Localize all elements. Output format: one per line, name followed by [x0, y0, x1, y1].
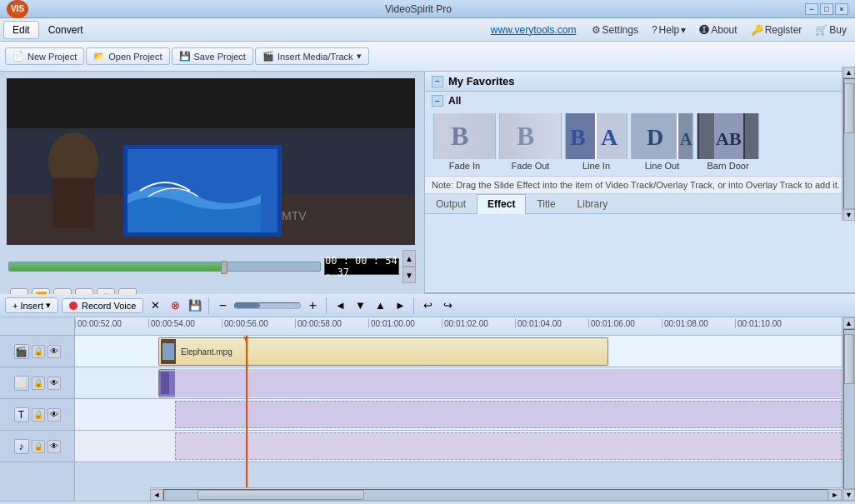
video-track-eye[interactable]: 👁 [48, 345, 61, 358]
about-menu-item[interactable]: 🅘 About [694, 22, 742, 37]
svg-rect-26 [743, 113, 758, 159]
close-timeline-button[interactable]: ✕ [147, 297, 163, 314]
tab-library[interactable]: Library [567, 194, 619, 213]
save-timeline-button[interactable]: 💾 [187, 297, 203, 314]
toolbar-separator [208, 297, 209, 314]
line-out-label: Line Out [645, 161, 680, 171]
effect-line-out[interactable]: D A Line Out [631, 113, 693, 171]
help-menu-item[interactable]: ? Help ▾ [647, 22, 691, 37]
save-project-icon: 💾 [179, 51, 191, 62]
minimize-button[interactable]: − [805, 3, 818, 15]
scroll-down-arrow[interactable]: ▼ [843, 209, 855, 221]
website-link[interactable]: www.verytools.com [491, 24, 577, 36]
ruler-mark-5: 00:01:02.00 [442, 319, 515, 328]
register-menu-item[interactable]: 🔑 Register [746, 22, 808, 37]
zoom-in-button[interactable]: + [304, 297, 321, 314]
preview-panel: MTV 00 : 00 : 54 . 37 ▲ ▼ ⏮ ⏪ ▶ [0, 72, 425, 292]
move-down-button[interactable]: ▼ [352, 297, 368, 314]
barn-door-label: Barn Door [707, 161, 748, 171]
ruler-marks: 00:00:52.00 00:00:54.00 00:00:56.00 00:0… [75, 317, 842, 328]
audio-track-row [75, 431, 842, 462]
video-clip[interactable]: Elephant.mpg [158, 337, 608, 366]
timeline-toolbar: + Insert ▾ Record Voice ✕ ⊗ 💾 − + ◄ ▼ ▲ … [0, 294, 855, 317]
tab-effect[interactable]: Effect [477, 194, 526, 214]
scroll-thumb[interactable] [844, 83, 854, 133]
line-in-thumb: B A [565, 113, 628, 159]
scroll-up-btn[interactable]: ▲ [843, 317, 855, 329]
app-logo: VIS [7, 0, 28, 18]
video-track-lock[interactable]: 🔒 [32, 345, 45, 358]
title-track-eye[interactable]: 👁 [48, 408, 61, 422]
audio-track-eye[interactable]: 👁 [48, 440, 61, 453]
record-voice-button[interactable]: Record Voice [62, 298, 143, 313]
zoom-out-button[interactable]: − [214, 297, 231, 314]
scroll-right-arrow[interactable]: ► [828, 489, 842, 501]
window-controls: − □ × [805, 3, 848, 15]
effect-fade-in[interactable]: B Fade In [433, 113, 496, 171]
edit-menu[interactable]: Edit [3, 21, 39, 39]
title-bar: VIS VideoSpirit Pro − □ × [0, 0, 855, 18]
effect-fade-out[interactable]: B Fade Out [499, 113, 562, 171]
effect-barn-door[interactable]: AB Barn Door [697, 113, 759, 171]
remove-button[interactable]: ⊗ [167, 297, 183, 314]
tracks-container: Elephant.mpg [75, 336, 842, 487]
insert-media-button[interactable]: 🎬 Insert Media/Track ▾ [255, 47, 369, 65]
timecode-down[interactable]: ▼ [402, 267, 416, 283]
scroll-up-arrow[interactable]: ▲ [843, 72, 855, 78]
video-track-row: Elephant.mpg [75, 336, 842, 367]
video-track-icon[interactable]: 🎬 [14, 344, 29, 359]
title-track-row [75, 399, 842, 431]
timecode-up[interactable]: ▲ [402, 250, 416, 267]
barn-door-thumb: AB [697, 113, 759, 159]
title-track-area [175, 401, 842, 428]
all-title: All [448, 95, 461, 107]
audio-track-icon[interactable]: ♪ [14, 439, 29, 454]
tab-title[interactable]: Title [526, 194, 566, 213]
tab-bar: Output Effect Title Library [425, 194, 855, 214]
line-in-label: Line In [582, 161, 610, 171]
right-menu: www.verytools.com ⚙ Settings ? Help ▾ 🅘 … [491, 22, 852, 37]
save-project-button[interactable]: 💾 Save Project [172, 47, 253, 65]
clip-label: Elephant.mpg [178, 347, 236, 357]
settings-icon: ⚙ [592, 24, 601, 36]
maximize-button[interactable]: □ [820, 3, 833, 15]
tracks-area: 00:00:52.00 00:00:54.00 00:00:56.00 00:0… [75, 317, 842, 501]
move-left-button[interactable]: ◄ [332, 297, 348, 314]
zoom-slider[interactable] [234, 302, 301, 309]
insert-icon: + [12, 301, 18, 311]
move-right-button[interactable]: ► [392, 297, 408, 314]
overlay-track-icon[interactable]: ⬜ [14, 376, 29, 391]
scroll-h-thumb[interactable] [198, 490, 364, 500]
main-toolbar: 📄 New Project 📂 Open Project 💾 Save Proj… [0, 42, 855, 72]
effect-line-in[interactable]: B A Line In [565, 113, 628, 171]
seekbar[interactable] [8, 262, 321, 272]
favorites-header: − My Favorites ▲ ▼ [425, 72, 855, 92]
insert-button[interactable]: + Insert ▾ [5, 297, 58, 313]
panel-scrollbar[interactable]: ▲ ▼ [842, 72, 855, 221]
open-project-button[interactable]: 📂 Open Project [86, 47, 169, 65]
new-project-button[interactable]: 📄 New Project [5, 47, 84, 65]
convert-menu[interactable]: Convert [39, 21, 92, 39]
undo-button[interactable]: ↩ [419, 297, 436, 314]
settings-menu-item[interactable]: ⚙ Settings [587, 22, 643, 37]
svg-text:D: D [647, 124, 663, 150]
tab-output[interactable]: Output [425, 194, 477, 213]
svg-rect-29 [698, 113, 699, 159]
all-collapse-button[interactable]: − [432, 95, 443, 107]
overlay-track-eye[interactable]: 👁 [48, 377, 61, 390]
title-track-icon[interactable]: T [14, 407, 29, 422]
scroll-left-arrow[interactable]: ◄ [150, 489, 163, 501]
audio-track-lock[interactable]: 🔒 [32, 440, 45, 453]
favorites-collapse-button[interactable]: − [432, 76, 443, 87]
move-up-button[interactable]: ▲ [372, 297, 388, 314]
scroll-v-thumb[interactable] [844, 334, 854, 384]
scroll-down-btn[interactable]: ▼ [843, 489, 855, 501]
ruler-spacer [0, 317, 74, 336]
overlay-track-lock[interactable]: 🔒 [32, 377, 45, 390]
buy-menu-item[interactable]: 🛒 Buy [810, 22, 852, 37]
redo-button[interactable]: ↪ [439, 297, 456, 314]
title-track-lock[interactable]: 🔒 [32, 408, 45, 422]
svg-text:MTV: MTV [282, 209, 307, 222]
overlay-track-header: ⬜ 🔒 👁 [0, 367, 74, 399]
close-button[interactable]: × [835, 3, 848, 15]
